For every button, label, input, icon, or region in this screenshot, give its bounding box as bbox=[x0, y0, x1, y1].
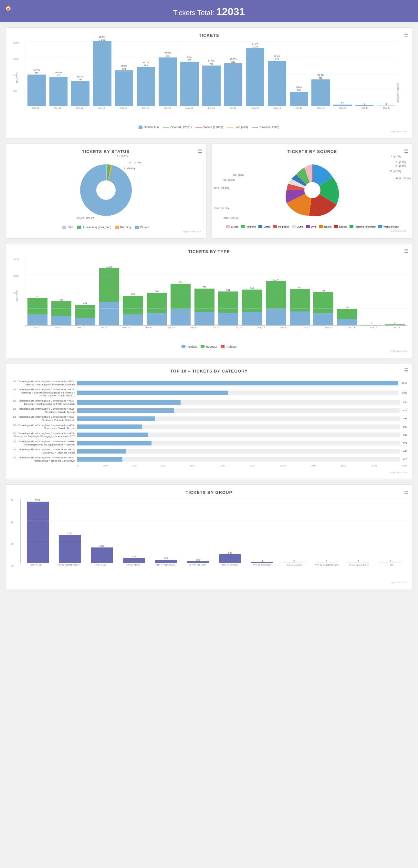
home-icon[interactable]: 🏠 bbox=[4, 4, 11, 11]
top10-row-3: 02 - Tecnologia de Informação e Comunica… bbox=[11, 399, 407, 405]
legend-closed: Closed (12005) bbox=[251, 126, 279, 129]
bar-may13: 80% 862 bbox=[179, 56, 200, 106]
group-bar-3: 1503 bbox=[86, 499, 118, 563]
status-label-closed: 12005 - (99.8%) bbox=[77, 216, 95, 219]
group-bar-2: 2720 bbox=[54, 499, 85, 563]
bar-feb13: 86.6% 693 bbox=[113, 65, 135, 106]
tickets-card: TICKETS ☰ TICKETS SATISFACTION 1250 1000… bbox=[5, 27, 413, 138]
top10-row-4: 02 - Tecnologia de Informação e Comunica… bbox=[11, 407, 407, 413]
header-title: Tickets Total: bbox=[173, 9, 214, 17]
group-chart-area: 6k 4k 2k 0k 5924 2720 1503 bbox=[11, 499, 407, 580]
top10-row-6: 02 - Tecnologia de Informação e Comunica… bbox=[11, 424, 407, 430]
tickets-menu-icon[interactable]: ☰ bbox=[404, 32, 409, 38]
y-tick-500: 500 bbox=[13, 90, 17, 93]
top10-x-axis: 0 200 400 600 800 1000 1200 1400 1600 18… bbox=[77, 464, 407, 467]
page-header: 🏠 Tickets Total: 12031 bbox=[0, 0, 418, 22]
source-menu-icon[interactable]: ☰ bbox=[404, 148, 409, 154]
bar-jan13: 85.6% 1,263 bbox=[91, 36, 113, 106]
status-label-processing: 16 - (0.0%) bbox=[128, 161, 142, 164]
bar-jun13: 91.5% 786 bbox=[201, 60, 222, 106]
status-menu-icon[interactable]: ☰ bbox=[198, 148, 202, 154]
bar-apr13: 76.7% 946 bbox=[157, 52, 179, 106]
group-bar-6: 163 bbox=[182, 499, 213, 563]
source-legend: E-Mail Telefone Direto Helpdesk Outra Ly… bbox=[217, 225, 407, 228]
bar-nov13: 93.3% 515 bbox=[310, 74, 331, 106]
y-tick-1000: 1000 bbox=[13, 58, 19, 61]
source-pie-svg bbox=[280, 158, 345, 222]
legend-opened: Opened (12031) bbox=[163, 126, 192, 129]
tickets-by-group-card: TICKETS BY GROUP ☰ 6k 4k 2k 0k 5924 2720 bbox=[5, 485, 413, 589]
group-bar-5: 303 bbox=[150, 499, 182, 563]
top10-row-5: 02 - Tecnologia de Informação e Comunica… bbox=[11, 415, 407, 422]
tickets-by-status-card: TICKETS BY STATUS ☰ 1 - (0.0%) 16 - (0.0… bbox=[5, 144, 206, 239]
bar-dec14: 0 bbox=[376, 102, 397, 106]
status-label-pending: 9 - (0.0%) bbox=[123, 167, 135, 170]
source-title: TICKETS BY SOURCE bbox=[217, 149, 407, 154]
bar-jul13: 96.9% 831 bbox=[222, 58, 244, 106]
bar-sep13: 88.4% 879 bbox=[266, 55, 288, 106]
top10-row-1: 02 - Tecnologia de Informação e Comunica… bbox=[11, 380, 407, 386]
y-tick-750: 750 bbox=[13, 74, 17, 77]
type-menu-icon[interactable]: ☰ bbox=[404, 248, 409, 254]
legend-late: Late (493) bbox=[227, 126, 248, 129]
top10-row-9: 02 - Tecnologia de Informação e Comunica… bbox=[11, 448, 407, 454]
bar-group: 91.7% 607 94.4% 565 bbox=[26, 42, 397, 106]
type-chart-area: TICKETS 1500 1000 500 607 56 bbox=[11, 258, 407, 342]
x-labels: Oct-12 Nov-12 Dec-12 Jan-13 Feb-13 Mar-1… bbox=[25, 107, 398, 109]
status-source-row: TICKETS BY STATUS ☰ 1 - (0.0%) 16 - (0.0… bbox=[5, 144, 413, 239]
main-content: TICKETS ☰ TICKETS SATISFACTION 1250 1000… bbox=[0, 22, 418, 594]
status-pie-container: 1 - (0.0%) 16 - (0.0%) 9 - (0.0%) bbox=[11, 158, 201, 222]
bar-oct13: 100% 278 bbox=[288, 86, 310, 106]
top10-row-7: 02 - Tecnologia de Informação e Comunica… bbox=[11, 432, 407, 438]
bar-oct14: 1 bbox=[354, 102, 376, 106]
group-bar-9: 2 bbox=[278, 499, 310, 563]
bar-mar13: 83.6% 760 bbox=[135, 61, 157, 106]
y-tick-1250: 1250 bbox=[13, 42, 19, 44]
group-bar-4: 476 bbox=[118, 499, 150, 563]
top10-row-10: 02 - Tecnologia de Informação e Comunica… bbox=[11, 456, 407, 462]
group-bar-10: 2 bbox=[310, 499, 342, 563]
tickets-legend: Satisfaction Opened (12031) Solved (1200… bbox=[11, 126, 407, 129]
legend-solved: Solved (12005) bbox=[196, 126, 223, 129]
type-x-labels: Oct-12 Nov-12 Dec-12 Jan-13 Feb-13 Mar-1… bbox=[25, 327, 407, 329]
bar-dec13: 22 bbox=[332, 101, 353, 106]
tickets-bar-area: 1250 1000 750 500 91.7% 607 bbox=[25, 42, 398, 106]
top10-category-card: TOP 10 – TICKETS BY CATEGORY ☰ 02 - Tecn… bbox=[5, 363, 413, 479]
status-legend: New Processing (assigned) Pending Closed bbox=[11, 226, 201, 229]
bar-nov12: 94.4% 565 bbox=[48, 71, 69, 106]
top10-menu-icon[interactable]: ☰ bbox=[404, 367, 409, 373]
group-bar-7: 838 bbox=[214, 499, 246, 563]
status-title: TICKETS BY STATUS bbox=[11, 149, 201, 154]
legend-satisfaction: Satisfaction bbox=[139, 126, 159, 129]
total-tickets: 12031 bbox=[216, 6, 245, 18]
top10-rows: 02 - Tecnologia de Informação e Comunica… bbox=[11, 380, 407, 462]
group-bar-1: 5924 bbox=[22, 499, 53, 563]
bar-dec12: 86.7% 484 bbox=[69, 75, 91, 106]
group-bar-8: 3 bbox=[246, 499, 278, 563]
tickets-by-source-card: TICKETS BY SOURCE ☰ 1 - (0.0%) 16 - (0.0… bbox=[212, 144, 413, 239]
status-label-new: 1 - (0.0%) bbox=[117, 155, 128, 157]
type-legend: Incident Request Problem bbox=[11, 345, 407, 348]
tickets-chart-title: TICKETS bbox=[11, 33, 407, 38]
type-title: TICKETS BY TYPE bbox=[11, 249, 407, 254]
top10-row-2: 02 - Tecnologia de Informação e Comunica… bbox=[11, 388, 407, 397]
bar-aug13: 97.3% 1,126 bbox=[244, 42, 266, 106]
top10-title: TOP 10 – TICKETS BY CATEGORY bbox=[11, 369, 407, 373]
svg-point-0 bbox=[96, 181, 116, 200]
bar-fill-oct12 bbox=[27, 74, 46, 106]
group-title: TICKETS BY GROUP bbox=[11, 490, 407, 495]
bar-label-oct12: 91.7% bbox=[33, 69, 40, 71]
bar-oct12: 91.7% 607 bbox=[26, 69, 48, 106]
group-x-labels: TTC_G_AR TTC-G_INFRAESTRUT TTC_G_AC TTC-… bbox=[20, 564, 407, 566]
svg-point-1 bbox=[304, 182, 321, 198]
group-bar-12: 2 bbox=[375, 499, 406, 563]
group-menu-icon[interactable]: ☰ bbox=[404, 489, 409, 495]
group-bar-11: 2 bbox=[343, 499, 374, 563]
top10-row-8: 02 - Tecnologia de Informação e Comunica… bbox=[11, 440, 407, 446]
tickets-by-type-card: TICKETS BY TYPE ☰ TICKETS 1500 1000 500 … bbox=[5, 244, 413, 358]
top10-chart: 02 - Tecnologia de Informação e Comunica… bbox=[11, 377, 407, 470]
